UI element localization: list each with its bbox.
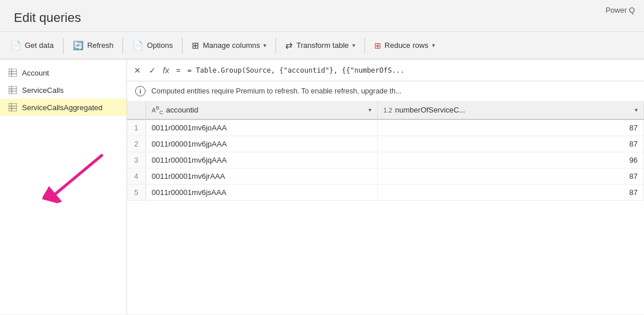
refresh-button[interactable]: 🔄 Refresh	[67, 37, 120, 54]
formula-confirm-button[interactable]: ✓	[147, 65, 158, 76]
accountid-cell: 0011r00001mv6jsAAA	[146, 184, 377, 200]
accountid-cell: 0011r00001mv6jqAAA	[146, 152, 377, 168]
info-icon: i	[135, 86, 146, 96]
numberofservicec-cell: 87	[377, 184, 643, 200]
formula-cancel-button[interactable]: ✕	[132, 65, 143, 76]
manage-columns-label: Manage columns	[203, 41, 260, 50]
separator-5	[364, 38, 365, 54]
servicecallsaggregated-label: ServiceCallsAggregated	[22, 103, 102, 112]
refresh-label: Refresh	[87, 41, 114, 50]
table-header-row: ABC accountid ▾ 1.2 numberOfServiceC...	[127, 102, 644, 119]
reduce-rows-icon: ⊞	[374, 41, 381, 50]
servicecalls-table-icon	[8, 85, 17, 95]
reduce-rows-button[interactable]: ⊞ Reduce rows ▾	[368, 38, 441, 54]
fx-label: fx	[163, 66, 169, 75]
get-data-icon: 📄	[10, 40, 21, 51]
accountid-col-label: accountid	[166, 106, 199, 114]
separator-2	[122, 38, 123, 54]
manage-columns-icon: ⊞	[192, 40, 199, 51]
row-num-cell: 4	[127, 168, 146, 184]
accountid-cell: 0011r00001mv6joAAA	[146, 119, 377, 136]
servicecalls-label: ServiceCalls	[22, 86, 64, 95]
formula-icons: ✕ ✓	[132, 65, 158, 76]
formula-text: = Table.Group(Source, {"accountid"}, {{"…	[187, 66, 404, 74]
separator-4	[276, 38, 276, 54]
transform-table-label: Transform table	[296, 41, 349, 50]
row-num-cell: 3	[127, 152, 146, 168]
accountid-column-header[interactable]: ABC accountid ▾	[146, 102, 377, 119]
table-body: 1 0011r00001mv6joAAA 87 2 0011r00001mv6j…	[127, 119, 644, 201]
info-banner: i Computed entities require Premium to r…	[127, 81, 644, 102]
results-table: ABC accountid ▾ 1.2 numberOfServiceC...	[127, 102, 644, 201]
accountid-type-icon: ABC	[152, 105, 163, 115]
accountid-cell: 0011r00001mv6jrAAA	[146, 168, 377, 184]
numberofservicec-col-dropdown[interactable]: ▾	[635, 107, 638, 113]
options-icon: 📄	[132, 40, 143, 51]
main-layout: Account ServiceCalls ServiceCallsAggrega…	[0, 59, 644, 314]
content-area: ✕ ✓ fx = = Table.Group(Source, {"account…	[127, 59, 644, 314]
sidebar-item-servicecalls[interactable]: ServiceCalls	[0, 81, 126, 99]
servicecallsaggregated-table-icon	[8, 103, 17, 112]
app-label: Power Q	[605, 6, 635, 14]
numberofservicec-cell: 87	[377, 119, 643, 136]
numberofservicec-type-icon: 1.2	[384, 107, 392, 114]
svg-rect-8	[9, 103, 17, 111]
numberofservicec-cell: 87	[377, 136, 643, 152]
numberofservicec-col-label: numberOfServiceC...	[395, 106, 465, 114]
numberofservicec-column-header[interactable]: 1.2 numberOfServiceC... ▾	[377, 102, 643, 119]
sidebar: Account ServiceCalls ServiceCallsAggrega…	[0, 59, 127, 314]
account-table-icon	[8, 68, 17, 77]
accountid-cell: 0011r00001mv6jpAAA	[146, 136, 377, 152]
table-row: 2 0011r00001mv6jpAAA 87	[127, 136, 644, 152]
transform-table-button[interactable]: ⇄ Transform table ▾	[280, 37, 361, 54]
table-row: 1 0011r00001mv6joAAA 87	[127, 119, 644, 136]
numberofservicec-cell: 96	[377, 152, 643, 168]
numberofservicec-cell: 87	[377, 168, 643, 184]
page-title: Edit queries	[14, 10, 630, 25]
row-num-cell: 5	[127, 184, 146, 200]
options-label: Options	[147, 41, 173, 50]
sidebar-item-servicecallsaggregated[interactable]: ServiceCallsAggregated	[0, 99, 126, 116]
transform-table-chevron: ▾	[352, 42, 355, 48]
reduce-rows-label: Reduce rows	[385, 41, 429, 50]
manage-columns-button[interactable]: ⊞ Manage columns ▾	[186, 37, 272, 54]
accountid-col-dropdown[interactable]: ▾	[368, 107, 371, 113]
get-data-button[interactable]: 📄 Get data	[5, 37, 59, 54]
transform-table-icon: ⇄	[285, 40, 293, 51]
table-row: 3 0011r00001mv6jqAAA 96	[127, 152, 644, 168]
separator-1	[63, 38, 64, 54]
reduce-rows-chevron: ▾	[432, 42, 435, 48]
sidebar-item-account[interactable]: Account	[0, 64, 126, 81]
row-num-header	[127, 102, 146, 119]
separator-3	[182, 38, 183, 54]
svg-rect-4	[9, 86, 17, 94]
formula-bar: ✕ ✓ fx = = Table.Group(Source, {"account…	[127, 59, 644, 81]
manage-columns-chevron: ▾	[263, 42, 266, 48]
get-data-label: Get data	[25, 41, 54, 50]
options-button[interactable]: 📄 Options	[126, 37, 178, 54]
table-row: 5 0011r00001mv6jsAAA 87	[127, 184, 644, 200]
table-row: 4 0011r00001mv6jrAAA 87	[127, 168, 644, 184]
account-label: Account	[22, 69, 49, 77]
row-num-cell: 2	[127, 136, 146, 152]
row-num-cell: 1	[127, 119, 146, 136]
refresh-icon: 🔄	[73, 40, 84, 51]
title-bar: Edit queries Power Q	[0, 0, 644, 32]
data-table: ABC accountid ▾ 1.2 numberOfServiceC...	[127, 102, 644, 314]
info-text: Computed entities require Premium to ref…	[151, 87, 401, 95]
svg-rect-0	[9, 69, 17, 77]
equals-sign: =	[176, 66, 181, 74]
toolbar: 📄 Get data 🔄 Refresh 📄 Options ⊞ Manage …	[0, 32, 644, 59]
